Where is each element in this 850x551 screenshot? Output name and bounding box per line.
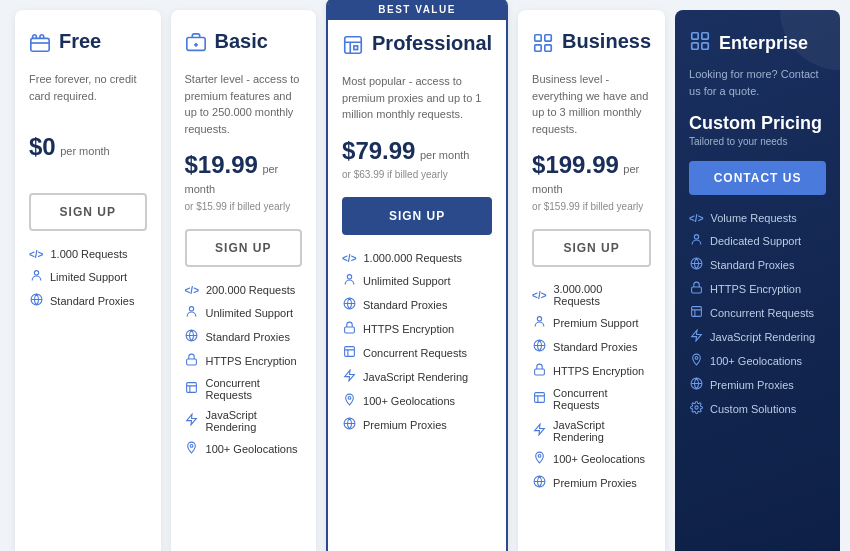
svg-rect-31 <box>702 33 708 39</box>
feature-icon <box>532 315 546 331</box>
pricing-container: Free Free forever, no credit card requir… <box>10 10 840 551</box>
enterprise-feature-text: Standard Proxies <box>710 259 794 271</box>
feature-icon <box>342 393 356 409</box>
feature-item: JavaScript Rendering <box>532 419 651 443</box>
feature-text: HTTPS Encryption <box>553 365 644 377</box>
feature-text: 1.000.000 Requests <box>364 252 462 264</box>
price-amount-free: $0 <box>29 133 56 160</box>
feature-text: 3.000.000 Requests <box>553 283 651 307</box>
enterprise-feature-icon <box>689 401 703 417</box>
signup-button-business[interactable]: SIGN UP <box>532 229 651 267</box>
feature-icon <box>185 329 199 345</box>
enterprise-feature-icon <box>689 377 703 393</box>
enterprise-feature-icon <box>689 353 703 369</box>
svg-rect-25 <box>534 369 544 375</box>
feature-icon <box>342 417 356 433</box>
svg-rect-14 <box>344 326 354 332</box>
feature-icon <box>342 321 356 337</box>
signup-button-basic[interactable]: SIGN UP <box>185 229 303 267</box>
price-amount-basic: $19.99 <box>185 151 258 178</box>
svg-rect-33 <box>702 43 708 49</box>
feature-text: 1.000 Requests <box>50 248 127 260</box>
feature-icon: </> <box>342 251 356 265</box>
feature-text: 100+ Geolocations <box>206 443 298 455</box>
feature-item: Standard Proxies <box>532 339 651 355</box>
enterprise-feature-icon: </> <box>689 211 703 225</box>
feature-text: Standard Proxies <box>50 295 134 307</box>
feature-icon <box>342 273 356 289</box>
price-yearly-professional: or $63.99 if billed yearly <box>342 169 492 183</box>
svg-marker-16 <box>344 370 354 381</box>
enterprise-feature-text: Premium Proxies <box>710 379 794 391</box>
enterprise-feature-item: Concurrent Requests <box>689 305 826 321</box>
feature-item: Limited Support <box>29 269 147 285</box>
plan-header-basic: Basic <box>185 30 303 61</box>
plan-header-professional: Professional <box>342 32 492 63</box>
svg-rect-15 <box>344 346 354 356</box>
features-list-business: </> 3.000.000 Requests Premium Support S… <box>532 283 651 491</box>
feature-text: Standard Proxies <box>553 341 637 353</box>
enterprise-feature-text: Custom Solutions <box>710 403 796 415</box>
plan-price-professional: $79.99 per month <box>342 137 492 165</box>
feature-item: </> 1.000.000 Requests <box>342 251 492 265</box>
feature-icon <box>532 363 546 379</box>
feature-item: Concurrent Requests <box>185 377 303 401</box>
feature-text: 100+ Geolocations <box>553 453 645 465</box>
feature-icon <box>342 297 356 313</box>
plan-icon-free <box>29 32 51 59</box>
feature-icon <box>185 413 199 429</box>
feature-item: Standard Proxies <box>185 329 303 345</box>
feature-item: 100+ Geolocations <box>342 393 492 409</box>
feature-item: Unlimited Support <box>185 305 303 321</box>
feature-icon <box>532 339 546 355</box>
svg-rect-26 <box>534 393 544 403</box>
custom-pricing-sub: Tailored to your needs <box>689 136 826 147</box>
price-period-free: per month <box>60 145 110 157</box>
enterprise-feature-icon <box>689 329 703 345</box>
best-value-badge: BEST VALUE <box>328 0 506 20</box>
feature-icon <box>342 345 356 361</box>
price-amount-professional: $79.99 <box>342 137 415 164</box>
feature-icon <box>185 381 199 397</box>
feature-text: 100+ Geolocations <box>363 395 455 407</box>
feature-icon: </> <box>532 288 546 302</box>
svg-rect-0 <box>31 38 49 51</box>
svg-marker-8 <box>187 414 197 425</box>
features-list-free: </> 1.000 Requests Limited Support Stand… <box>29 247 147 309</box>
feature-text: Standard Proxies <box>363 299 447 311</box>
feature-text: Unlimited Support <box>363 275 450 287</box>
plan-icon-business <box>532 32 554 59</box>
feature-icon <box>185 441 199 457</box>
feature-item: Concurrent Requests <box>342 345 492 361</box>
plan-card-professional: BEST VALUE Professional Most popular - a… <box>326 0 508 551</box>
feature-item: Standard Proxies <box>342 297 492 313</box>
svg-rect-7 <box>187 383 197 393</box>
contact-us-button[interactable]: CONTACT US <box>689 161 826 195</box>
plan-name-business: Business <box>562 30 651 53</box>
svg-point-12 <box>347 274 351 278</box>
feature-item: HTTPS Encryption <box>342 321 492 337</box>
enterprise-feature-text: JavaScript Rendering <box>710 331 815 343</box>
enterprise-feature-item: Custom Solutions <box>689 401 826 417</box>
signup-button-free[interactable]: SIGN UP <box>29 193 147 231</box>
svg-rect-19 <box>535 35 541 41</box>
svg-marker-27 <box>534 424 544 435</box>
feature-icon <box>342 369 356 385</box>
plan-price-basic: $19.99 per month <box>185 151 303 197</box>
feature-text: Concurrent Requests <box>363 347 467 359</box>
svg-point-28 <box>538 455 541 458</box>
enterprise-feature-item: HTTPS Encryption <box>689 281 826 297</box>
svg-rect-10 <box>345 37 362 54</box>
svg-point-9 <box>190 445 193 448</box>
features-list-basic: </> 200.000 Requests Unlimited Support S… <box>185 283 303 457</box>
plan-desc-basic: Starter level - access to premium featur… <box>185 71 303 137</box>
plan-card-business: Business Business level - everything we … <box>518 10 665 551</box>
enterprise-feature-text: Volume Requests <box>710 212 796 224</box>
signup-button-professional[interactable]: SIGN UP <box>342 197 492 235</box>
custom-pricing-label: Custom Pricing <box>689 113 826 134</box>
feature-icon <box>532 475 546 491</box>
feature-item: 100+ Geolocations <box>185 441 303 457</box>
plan-card-enterprise: Enterprise Looking for more? Contact us … <box>675 10 840 551</box>
feature-item: Premium Proxies <box>342 417 492 433</box>
feature-icon <box>185 305 199 321</box>
